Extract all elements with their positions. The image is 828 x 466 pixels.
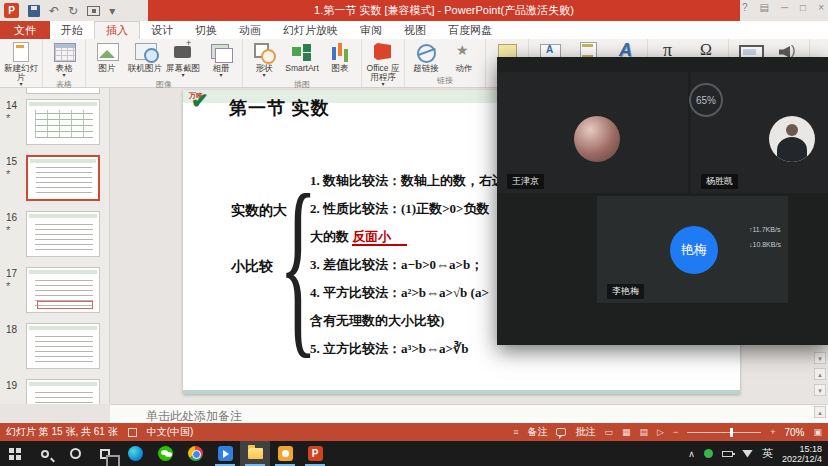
input-language-indicator[interactable]: 英 — [762, 446, 773, 461]
taskbar-search-button[interactable] — [30, 441, 60, 466]
taskbar-meeting-button[interactable] — [210, 441, 240, 466]
wifi-icon[interactable] — [742, 450, 753, 458]
tab-slideshow[interactable]: 幻灯片放映 — [272, 21, 349, 39]
ribbon-button-smartart[interactable]: SmartArt — [284, 40, 320, 73]
taskbar-chrome-button[interactable] — [180, 441, 210, 466]
zoom-out-button[interactable]: − — [673, 427, 678, 437]
ribbon-button-office-apps[interactable]: Office 应用程序▾ — [365, 40, 401, 87]
slide-thumbnail-14[interactable]: 14* — [0, 96, 109, 152]
taskbar-powerpoint-button[interactable] — [300, 441, 330, 466]
undo-icon[interactable]: ↶ — [49, 5, 59, 17]
start-slideshow-icon[interactable] — [87, 6, 100, 16]
normal-view-button[interactable]: ▭ — [604, 427, 613, 437]
taskbar-start-button[interactable] — [0, 441, 30, 466]
ribbon-button-action[interactable]: 动作 — [446, 40, 482, 73]
tab-baidu[interactable]: 百度网盘 — [437, 21, 503, 39]
reading-view-button[interactable]: ▤ — [640, 427, 649, 437]
content-text: 含有无理数的大小比较) — [310, 313, 444, 328]
tray-green-app-icon[interactable] — [704, 449, 713, 458]
tab-design[interactable]: 设计 — [140, 21, 184, 39]
accessibility-icon[interactable] — [128, 428, 137, 437]
minimize-button[interactable]: ─ — [781, 2, 788, 13]
slide-thumbnail-19[interactable]: 19 — [0, 376, 109, 404]
slide-thumbnail-17[interactable]: 17* — [0, 264, 109, 320]
ribbon-group-links: 超链接动作链接 — [405, 39, 486, 87]
zoom-in-button[interactable]: + — [770, 427, 775, 437]
fit-to-window-button[interactable]: ▣ — [813, 427, 822, 437]
upload-speed: ↑11.7KB/s — [749, 226, 780, 233]
slide-thumbnail-15[interactable]: 15* — [0, 152, 109, 208]
ribbon-button-photo-album[interactable]: 相册▾ — [203, 40, 239, 78]
help-button[interactable]: ? — [742, 2, 748, 13]
language-indicator[interactable]: 中文(中国) — [147, 425, 194, 439]
scrollbar-down-button[interactable]: ▾ — [814, 352, 826, 364]
tab-file[interactable]: 文件 — [0, 21, 50, 39]
animation-star-icon: * — [6, 112, 22, 124]
chart-icon — [328, 41, 352, 63]
taskbar-taskview-button[interactable] — [90, 441, 120, 466]
taskbar-edge-button[interactable] — [120, 441, 150, 466]
ribbon-button-shapes[interactable]: 形状▾ — [246, 40, 282, 78]
ribbon-button-chart[interactable]: 图表 — [322, 40, 358, 73]
thumbnail-number: 19 — [6, 380, 22, 391]
ribbon-button-table[interactable]: 表格▾ — [46, 40, 82, 78]
tray-expand-icon[interactable]: ∧ — [688, 449, 695, 459]
content-text: 2. 性质比较法：(1)正数>0>负数 — [310, 201, 489, 216]
tab-home[interactable]: 开始 — [50, 21, 94, 39]
save-icon[interactable] — [28, 5, 40, 17]
notes-scroll-up-button[interactable]: ▴ — [814, 406, 826, 418]
ribbon-button-label: 图片 — [99, 64, 116, 73]
tab-insert[interactable]: 插入 — [94, 21, 140, 39]
notes-toggle-button[interactable]: 备注 — [527, 425, 547, 439]
tab-transitions[interactable]: 切换 — [184, 21, 228, 39]
previous-slide-button[interactable]: ▴ — [814, 368, 826, 380]
taskbar-cortana-button[interactable] — [60, 441, 90, 466]
next-slide-button[interactable]: ▾ — [814, 384, 826, 396]
taskbar-wechat-button[interactable] — [150, 441, 180, 466]
album-icon — [209, 41, 233, 63]
thumbnail-preview — [26, 323, 100, 369]
taskbar: ∧ 英 15:18 2022/12/4 — [0, 441, 828, 466]
tab-view[interactable]: 视图 — [393, 21, 437, 39]
ribbon-button-new-slide[interactable]: 新建幻灯片▾ — [3, 40, 39, 87]
meeting-overlay-window[interactable]: 王津京 杨胜凯 艳梅 李艳梅 ↑11.7KB/s ↓10.8KB/s 65% — [497, 57, 828, 345]
maximize-button[interactable]: □ — [800, 2, 806, 13]
qat-customize-caret-icon[interactable]: ▾ — [109, 5, 115, 17]
powerpoint-app-icon[interactable]: P — [4, 3, 19, 18]
participant-tile-3[interactable]: 艳梅 李艳梅 ↑11.7KB/s ↓10.8KB/s — [597, 196, 788, 303]
thumbnail-header-strip — [30, 159, 96, 163]
tab-review[interactable]: 审阅 — [349, 21, 393, 39]
network-stats: ↑11.7KB/s ↓10.8KB/s — [749, 222, 781, 252]
ribbon-group-illustrations: 形状▾SmartArt图表插图 — [243, 39, 362, 87]
ribbon-button-picture[interactable]: 图片 — [89, 40, 125, 73]
zoom-slider-thumb[interactable] — [730, 428, 733, 437]
ribbon-options-button[interactable]: ▤ — [760, 2, 769, 13]
zoom-slider[interactable] — [687, 432, 761, 433]
tab-animations[interactable]: 动画 — [228, 21, 272, 39]
slide-sorter-view-button[interactable]: ▦ — [622, 427, 631, 437]
start-icon — [9, 448, 21, 460]
slide-thumbnail-partial[interactable] — [0, 88, 109, 96]
checkmark-icon: ✔ — [191, 90, 209, 113]
ribbon-button-online-pictures[interactable]: 联机图片 — [127, 40, 163, 73]
ribbon-button-hyperlink[interactable]: 超链接 — [408, 40, 444, 73]
notes-pane[interactable]: 单击此处添加备注 — [110, 404, 828, 423]
battery-icon[interactable] — [722, 451, 733, 457]
zoom-level[interactable]: 70% — [784, 427, 804, 438]
thumbnail-number-block: 19 — [6, 380, 22, 391]
slideshow-view-button[interactable]: ▷ — [657, 427, 664, 437]
slide-thumbnail-16[interactable]: 16* — [0, 208, 109, 264]
taskbar-explorer-button[interactable] — [240, 441, 270, 466]
status-bar: 幻灯片 第 15 张, 共 61 张 中文(中国) ≡ 备注 批注 ▭ ▦ ▤ … — [0, 423, 828, 441]
slide-thumbnail-18[interactable]: 18 — [0, 320, 109, 376]
ribbon-button-label: 动作 — [456, 64, 473, 73]
redo-icon[interactable]: ↻ — [68, 5, 78, 17]
participant-tile-1[interactable]: 王津京 — [497, 72, 688, 193]
taskbar-course-button[interactable] — [270, 441, 300, 466]
ribbon-button-label: 超链接 — [413, 64, 439, 73]
comments-toggle-button[interactable]: 批注 — [575, 425, 595, 439]
ribbon-button-screenshot[interactable]: 屏幕截图▾ — [165, 40, 201, 78]
close-button[interactable]: × — [818, 2, 824, 13]
taskbar-clock[interactable]: 15:18 2022/12/4 — [782, 444, 822, 464]
thumbnail-number: 17 — [6, 268, 22, 279]
